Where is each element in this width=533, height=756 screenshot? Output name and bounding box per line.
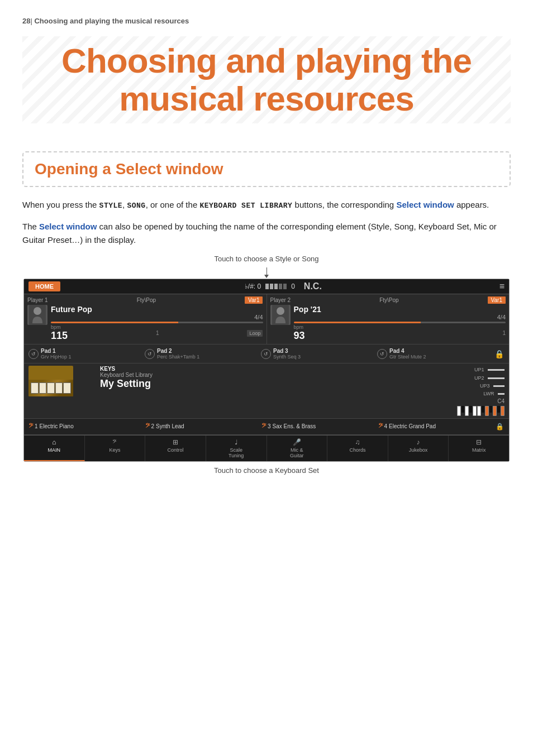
track-2-btn[interactable]: 𝄢 2 Synth Lead xyxy=(145,422,260,431)
piano-key-black xyxy=(489,406,492,413)
nav-matrix[interactable]: ⊟ Matrix xyxy=(449,436,509,461)
nav-main-label: MAIN xyxy=(48,447,61,453)
nav-scale-tuning[interactable]: ♩ ScaleTuning xyxy=(206,436,267,461)
piano-key-white xyxy=(477,406,481,416)
player-1-loop[interactable]: Loop xyxy=(247,330,263,337)
ui-topbar: HOME ♭/#: 0 0 N.C. ≡ xyxy=(24,279,509,294)
pad-3-sub: Synth Seq 3 xyxy=(273,354,301,360)
up1-row: UP1 xyxy=(474,366,505,374)
track-3-name: Sax Ens. & Brass xyxy=(273,423,316,429)
nav-chords[interactable]: ♫ Chords xyxy=(327,436,388,461)
piano-key-white xyxy=(465,406,469,416)
lwr-row: LWR xyxy=(474,390,505,398)
pad-3[interactable]: ↺ Pad 3 Synth Seq 3 xyxy=(261,348,375,360)
keys-label: KEYS xyxy=(100,366,437,372)
center-info: ♭/#: 0 0 N.C. xyxy=(67,281,499,291)
bottom-nav: ⌂ MAIN 𝄢 Keys ⊞ Control ♩ ScaleTuning 🎤 … xyxy=(24,435,509,461)
piano-key-black xyxy=(469,406,472,413)
nav-chords-icon: ♫ xyxy=(355,438,360,446)
player-2-bpm-label: bpm xyxy=(294,324,305,330)
piano-key-white-active xyxy=(485,406,489,416)
nav-control[interactable]: ⊞ Control xyxy=(145,436,206,461)
pad-2-text: Pad 2 Perc Shak+Tamb 1 xyxy=(157,348,199,360)
nav-jukebox[interactable]: ♪ Jukebox xyxy=(388,436,449,461)
player-2-info: Pop '21 4/4 bpm 93 1 xyxy=(294,305,506,342)
player-2-song[interactable]: Pop '21 xyxy=(294,305,506,314)
arrow-wrapper xyxy=(22,267,511,277)
mini-piano-keys xyxy=(457,406,505,416)
page-header: 28| Choosing and playing the musical res… xyxy=(22,17,511,25)
piano-key-white xyxy=(457,406,461,416)
nav-main[interactable]: ⌂ MAIN xyxy=(24,436,85,461)
player-2-style: Fty\Pop xyxy=(379,297,398,303)
keyboard-set-label[interactable]: Keyboard Set Library xyxy=(100,372,437,378)
body-text-2: The Select window can also be opened by … xyxy=(22,220,511,247)
track-3-icon: 𝄢 xyxy=(261,422,266,431)
pad-2-sub: Perc Shak+Tamb 1 xyxy=(157,354,199,360)
pads-row: ↺ Pad 1 Grv HipHop 1 ↺ Pad 2 Perc Shak+T… xyxy=(24,344,509,363)
pad-1-icon: ↺ xyxy=(28,349,39,359)
section-title: Opening a Select window xyxy=(35,160,498,178)
track-3-btn[interactable]: 𝄢 3 Sax Ens. & Brass xyxy=(261,422,376,431)
up2-label: UP2 xyxy=(474,375,484,381)
pads-lock-icon: 🔒 xyxy=(493,348,505,360)
player-1-style: Fty\Pop xyxy=(137,297,156,303)
pad-2[interactable]: ↺ Pad 2 Perc Shak+Tamb 1 xyxy=(145,348,259,360)
keyboard-image xyxy=(28,366,73,396)
c4-section: C4 xyxy=(457,398,505,416)
player-1-info: Future Pop 4/4 bpm 115 1 Loop xyxy=(51,305,263,342)
player-2-bpm-slider xyxy=(294,322,506,323)
menu-icon[interactable]: ≡ xyxy=(499,281,505,291)
main-title-wrapper: Choosing and playing the musical resourc… xyxy=(22,36,511,123)
my-setting[interactable]: My Setting xyxy=(100,378,437,390)
player-2-time-sig: 4/4 xyxy=(294,314,506,320)
player-2-header: Player 2 Fty\Pop Var1 xyxy=(270,296,506,304)
nav-jukebox-label: Jukebox xyxy=(409,447,428,453)
track-1-name: Electric Piano xyxy=(40,423,74,429)
player-1-bpm-row: bpm 115 1 Loop xyxy=(51,324,263,342)
flat-sharp-label: ♭/#: 0 xyxy=(245,283,261,290)
track-1-btn[interactable]: 𝄢 1 Electric Piano xyxy=(28,422,143,431)
page-number: 28 xyxy=(22,17,30,25)
player-1-bpm-slider xyxy=(51,322,263,323)
tracks-row: 𝄢 1 Electric Piano 𝄢 2 Synth Lead 𝄢 3 Sa… xyxy=(24,419,509,435)
nav-keys[interactable]: 𝄢 Keys xyxy=(85,436,146,461)
pad-4[interactable]: ↺ Pad 4 Gtr Steel Mute 2 xyxy=(377,348,491,360)
up2-bar xyxy=(488,377,505,379)
player-2-label: Player 2 xyxy=(270,297,291,303)
player-2-var[interactable]: Var1 xyxy=(488,296,506,304)
nav-main-icon: ⌂ xyxy=(52,438,56,446)
track-4-name: Electric Grand Pad xyxy=(389,423,436,429)
track-1-num: 1 xyxy=(35,423,38,429)
track-4-num: 4 xyxy=(384,423,388,429)
nav-mic-guitar[interactable]: 🎤 Mic &Guitar xyxy=(267,436,328,461)
pad-4-name: Pad 4 xyxy=(389,348,426,354)
player-1: Player 1 Fty\Pop Var1 Future Pop 4/4 xyxy=(24,294,267,344)
nav-matrix-label: Matrix xyxy=(472,447,486,453)
nav-chords-label: Chords xyxy=(349,447,365,453)
svg-point-0 xyxy=(34,307,41,315)
players-row: Player 1 Fty\Pop Var1 Future Pop 4/4 xyxy=(24,294,509,344)
track-4-icon: 𝄢 xyxy=(378,422,383,431)
piano-keys-mini xyxy=(31,382,71,394)
up1-bar xyxy=(488,369,505,371)
page-title-header: Choosing and playing the musical resourc… xyxy=(34,17,189,25)
home-button[interactable]: HOME xyxy=(28,281,60,291)
up1-label: UP1 xyxy=(474,367,484,372)
pad-1[interactable]: ↺ Pad 1 Grv HipHop 1 xyxy=(28,348,142,360)
pad-3-icon: ↺ xyxy=(261,349,271,359)
player-1-song[interactable]: Future Pop xyxy=(51,305,263,314)
caption-style-song: Touch to choose a Style or Song xyxy=(22,255,511,263)
nav-keys-label: Keys xyxy=(109,447,120,453)
player-1-var[interactable]: Var1 xyxy=(245,296,263,304)
pad-2-icon: ↺ xyxy=(145,349,155,359)
track-2-num: 2 xyxy=(151,423,155,429)
track-4-btn[interactable]: 𝄢 4 Electric Grand Pad xyxy=(378,422,493,431)
piano-key-white xyxy=(473,406,477,416)
main-title: Choosing and playing the musical resourc… xyxy=(22,36,511,123)
player-2-bpm-row: bpm 93 1 xyxy=(294,324,506,342)
pad-2-name: Pad 2 xyxy=(157,348,199,354)
player-2-bpm-section: bpm 93 xyxy=(294,324,305,342)
svg-point-1 xyxy=(277,307,284,315)
piano-key-black xyxy=(482,406,484,413)
